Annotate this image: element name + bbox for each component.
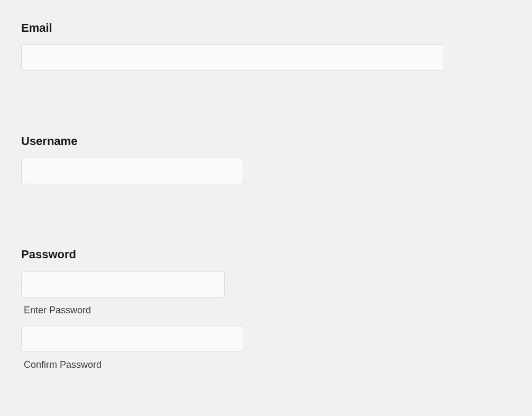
enter-password-label: Enter Password	[21, 305, 511, 316]
email-section: Email	[21, 21, 511, 71]
username-section: Username	[21, 134, 511, 184]
email-field[interactable]	[21, 44, 444, 71]
username-label: Username	[21, 134, 511, 148]
password-section: Password Enter Password Confirm Password	[21, 248, 511, 370]
email-label: Email	[21, 21, 511, 35]
username-field[interactable]	[21, 158, 243, 184]
password-label: Password	[21, 248, 511, 261]
confirm-password-field[interactable]	[21, 325, 243, 352]
confirm-password-label: Confirm Password	[21, 359, 511, 370]
password-field[interactable]	[21, 271, 225, 297]
